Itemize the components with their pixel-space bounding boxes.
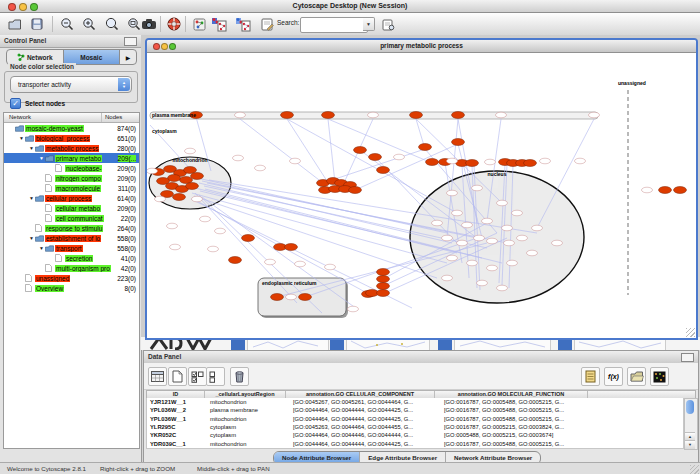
network-node[interactable]	[497, 285, 508, 291]
network-node[interactable]	[348, 306, 359, 312]
tree-row[interactable]: ▼cellular process614(0)	[4, 193, 139, 203]
import-attributes-folder-icon[interactable]	[627, 367, 646, 386]
tree-row[interactable]: cellular metabo209(0)	[4, 203, 139, 213]
network-node[interactable]	[242, 235, 255, 242]
network-node[interactable]	[186, 183, 199, 190]
node-color-dropdown[interactable]: transporter activity ▲▼	[10, 76, 132, 93]
network-node[interactable]	[432, 220, 443, 226]
configure-search-icon[interactable]	[379, 15, 397, 33]
network-node[interactable]	[377, 167, 390, 174]
network-node[interactable]	[419, 144, 432, 151]
expand-arrow-icon[interactable]: ▼	[28, 145, 35, 151]
network-node[interactable]	[192, 196, 203, 202]
network-node[interactable]	[442, 275, 453, 281]
network-node[interactable]	[191, 173, 204, 180]
network-node[interactable]	[377, 269, 390, 276]
network-node[interactable]	[447, 255, 458, 261]
select-nodes-checkbox[interactable]: ✓	[10, 98, 21, 109]
expand-arrow-icon[interactable]: ▼	[28, 195, 35, 201]
expand-arrow-icon[interactable]: ▼	[28, 235, 35, 241]
network-node[interactable]	[200, 216, 211, 222]
attribute-table-icon[interactable]	[148, 367, 167, 386]
network-node[interactable]	[496, 112, 507, 118]
network-node[interactable]	[377, 283, 390, 290]
tree-row[interactable]: ▼establishment of lo558(0)	[4, 233, 139, 243]
table-row[interactable]: YDR039C__1mitochondrion[GO:0044464, GO:0…	[147, 439, 683, 447]
zoom-in-icon[interactable]	[80, 15, 98, 33]
new-attribute-icon[interactable]	[168, 367, 187, 386]
table-row[interactable]: YPL036W__1mitochondrion[GO:0044464, GO:0…	[147, 415, 683, 423]
close-window-icon[interactable]	[8, 3, 16, 11]
table-row[interactable]: YPL036W__2plasma membrane[GO:0044464, GO…	[147, 406, 683, 414]
table-row[interactable]: YJR121W__1mitochondrion[GO:0045267, GO:0…	[147, 398, 683, 406]
network-node[interactable]	[233, 155, 244, 161]
network-node[interactable]	[532, 225, 543, 231]
zoom-out-icon[interactable]	[58, 15, 76, 33]
network-node[interactable]	[299, 294, 312, 301]
tree-row[interactable]: multi-organism pro42(0)	[4, 263, 139, 273]
network-canvas[interactable]: plasma membranecytoplasmmitochondrionnuc…	[147, 53, 696, 338]
zoom-selected-region-icon[interactable]	[103, 15, 121, 33]
network-node[interactable]	[426, 159, 439, 166]
network-graph[interactable]: plasma membranecytoplasmmitochondrionnuc…	[147, 53, 692, 335]
tree-column-divider[interactable]	[101, 113, 102, 122]
snapshot-camera-icon[interactable]	[140, 15, 158, 33]
float-panel-icon[interactable]	[124, 37, 137, 46]
network-node[interactable]	[497, 200, 508, 206]
delete-attribute-trash-icon[interactable]	[230, 367, 249, 386]
tree-row[interactable]: Overview8(0)	[4, 283, 139, 293]
table-row[interactable]: YLR295Ccytoplasm[GO:0045263, GO:0044464,…	[147, 423, 683, 431]
network-node[interactable]	[155, 196, 166, 202]
network-node[interactable]	[286, 294, 297, 300]
network-node[interactable]	[589, 112, 600, 118]
app-resize-grip[interactable]	[690, 465, 699, 474]
zoom-view-icon[interactable]	[169, 43, 176, 50]
tree-row[interactable]: ▼metabolic process280(0)	[4, 143, 139, 153]
network-node[interactable]	[524, 160, 537, 167]
notes-icon[interactable]	[581, 367, 600, 386]
network-node[interactable]	[410, 112, 423, 119]
network-node[interactable]	[507, 260, 518, 266]
network-node[interactable]	[487, 265, 498, 271]
network-node[interactable]	[447, 190, 458, 196]
network-node[interactable]	[368, 112, 379, 118]
expand-arrow-icon[interactable]: ▼	[38, 245, 45, 251]
tree-row[interactable]: ▼primary metabo209(...	[4, 153, 139, 163]
network-node[interactable]	[512, 210, 523, 216]
tree-row[interactable]: unassigned223(0)	[4, 273, 139, 283]
layout-icon[interactable]	[190, 15, 208, 33]
network-node[interactable]	[674, 187, 687, 194]
network-node[interactable]	[575, 158, 586, 164]
formula-fx-icon[interactable]: f(x)	[604, 367, 623, 386]
annotation-icon[interactable]	[258, 15, 276, 33]
network-node[interactable]	[659, 187, 672, 194]
window-resize-grip[interactable]	[686, 328, 695, 337]
network-node[interactable]	[173, 194, 186, 201]
network-node[interactable]	[354, 147, 367, 154]
network-node[interactable]	[295, 261, 306, 267]
scroll-down-icon[interactable]: ▼	[685, 440, 695, 449]
tree-row[interactable]: mosaic-demo-yeast874(0)	[4, 123, 139, 133]
zoom-window-icon[interactable]	[30, 3, 38, 11]
network-node[interactable]	[504, 240, 515, 246]
tree-row[interactable]: cell communicat22(0)	[4, 213, 139, 223]
network-node[interactable]	[467, 260, 478, 266]
minimize-window-icon[interactable]	[19, 3, 27, 11]
network-node[interactable]	[235, 112, 246, 118]
network-node[interactable]	[642, 187, 653, 193]
scrollbar-thumb[interactable]	[686, 400, 694, 414]
network-node[interactable]	[265, 259, 276, 265]
network-node[interactable]	[474, 235, 485, 241]
unselect-attributes-icon[interactable]	[206, 367, 225, 386]
network-node[interactable]	[442, 235, 453, 241]
vizmapper-node-icon[interactable]	[210, 15, 228, 33]
network-node[interactable]	[167, 223, 178, 229]
vizmapper-edge-icon[interactable]	[234, 15, 252, 33]
network-node[interactable]	[271, 294, 284, 301]
search-dropdown-arrow[interactable]: ▼	[363, 17, 375, 31]
tree-row[interactable]: response to stimulu264(0)	[4, 223, 139, 233]
network-node[interactable]	[349, 187, 362, 194]
network-node[interactable]	[477, 280, 488, 286]
network-node[interactable]	[170, 244, 181, 250]
network-node[interactable]	[184, 167, 197, 174]
